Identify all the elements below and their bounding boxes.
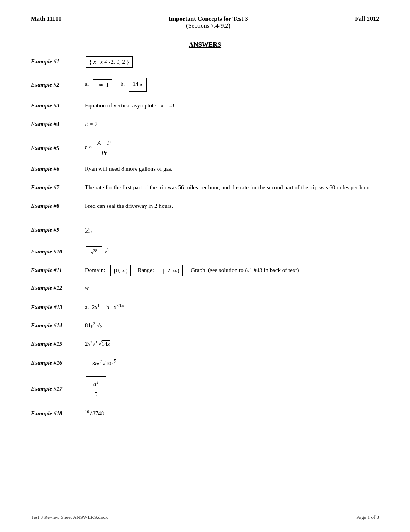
example-row-16: Example #16 –3bc3√10c2 [31,358,379,369]
example-row-3: Example #3 Equation of vertical asymptot… [31,101,379,113]
example-content-4: B ≈ 7 [85,120,379,129]
header-subtitle: (Sections 7.4-9.2) [168,22,248,29]
example-row-1: Example #1 { x | x ≠ -2, 0, 2 } [31,56,379,68]
example-row-12: Example #12 w [31,284,379,295]
footer-left: Test 3 Review Sheet ANSWERS.docx [31,514,108,520]
example-row-6: Example #6 Ryan will need 8 more gallons… [31,165,379,176]
example-content-14: 81y3 √y [85,321,379,330]
answers-title: ANSWERS [31,41,379,49]
example-row-13: Example #13 a. 2x4 b. x7/15 [31,302,379,314]
example-content-1: { x | x ≠ -2, 0, 2 } [85,56,379,68]
fraction-17: a2 5 [92,379,100,399]
example-row-9: Example #9 23 [31,220,379,240]
answer-box-11a: [0, ∞) [110,265,131,276]
example-label-10: Example #10 [31,248,85,255]
answer-box-11b: [–2, ∞) [159,265,183,276]
example-row-11: Example #11 Domain: [0, ∞) Range: [–2, ∞… [31,265,379,277]
example-content-16: –3bc3√10c2 [85,358,379,369]
example-label-17: Example #17 [31,386,85,392]
footer-right: Page 1 of 3 [356,514,379,520]
fraction-5: A − P Pt [96,138,112,158]
example-content-10: x38 x3 [85,246,379,258]
example-label-7: Example #7 [31,184,85,191]
example-label-4: Example #4 [31,121,85,127]
example-content-7: The rate for the first part of the trip … [85,183,379,192]
example-row-4: Example #4 B ≈ 7 [31,120,379,131]
example-content-12: w [85,284,379,292]
example-label-11: Example #11 [31,267,85,274]
answer-box-1: { x | x ≠ -2, 0, 2 } [86,56,133,68]
answer-box-10: x38 [86,246,102,258]
example-label-1: Example #1 [31,58,85,65]
example-label-18: Example #18 [31,410,85,417]
answer-box-2b: 14 5 [129,78,147,92]
example-content-5: r ≈ A − P Pt [85,138,379,158]
example-label-2: Example #2 [31,82,85,88]
example-content-15: 2x3y3 √14x [85,339,379,348]
example-content-6: Ryan will need 8 more gallons of gas. [85,165,379,173]
page: Math 11100 Important Concepts for Test 3… [0,0,410,532]
example-label-12: Example #12 [31,285,85,291]
example-label-3: Example #3 [31,102,85,109]
example-content-13: a. 2x4 b. x7/15 [85,302,379,312]
header-title: Important Concepts for Test 3 [168,15,248,22]
example-content-9: 23 [85,224,379,236]
example-label-16: Example #16 [31,360,85,366]
example-content-11: Domain: [0, ∞) Range: [–2, ∞) Graph (see… [85,265,379,276]
header-left: Math 11100 [31,15,62,22]
example-content-8: Fred can seal the driveway in 2 hours. [85,202,379,211]
example-content-18: 10√8748 [85,408,379,418]
example-content-3: Equation of vertical asymptote: x = -3 [85,101,379,110]
example-row-14: Example #14 81y3 √y [31,321,379,332]
example-label-8: Example #8 [31,203,85,209]
example-label-13: Example #13 [31,304,85,311]
example-row-10: Example #10 x38 x3 [31,246,379,258]
answer-box-16: –3bc3√10c2 [86,358,119,369]
header: Math 11100 Important Concepts for Test 3… [31,15,379,29]
example-label-14: Example #14 [31,322,85,329]
example-row-2: Example #2 a. –∞ 1 b. 14 5 [31,75,379,94]
example-row-18: Example #18 10√8748 [31,408,379,420]
answer-box-2a: –∞ 1 [93,79,112,90]
example-row-8: Example #8 Fred can seal the driveway in… [31,202,379,213]
answer-box-17: a2 5 [86,376,106,401]
example-label-9: Example #9 [31,227,85,233]
example-label-15: Example #15 [31,341,85,347]
example-row-7: Example #7 The rate for the first part o… [31,183,379,195]
example-row-15: Example #15 2x3y3 √14x [31,339,379,351]
example-content-2: a. –∞ 1 b. 14 5 [85,78,379,92]
header-center: Important Concepts for Test 3 (Sections … [168,15,248,29]
footer: Test 3 Review Sheet ANSWERS.docx Page 1 … [31,514,379,520]
example-content-17: a2 5 [85,376,379,401]
example-row-17: Example #17 a2 5 [31,376,379,401]
example-label-5: Example #5 [31,145,85,151]
header-right: Fall 2012 [355,15,379,22]
example-row-5: Example #5 r ≈ A − P Pt [31,138,379,158]
example-label-6: Example #6 [31,166,85,172]
